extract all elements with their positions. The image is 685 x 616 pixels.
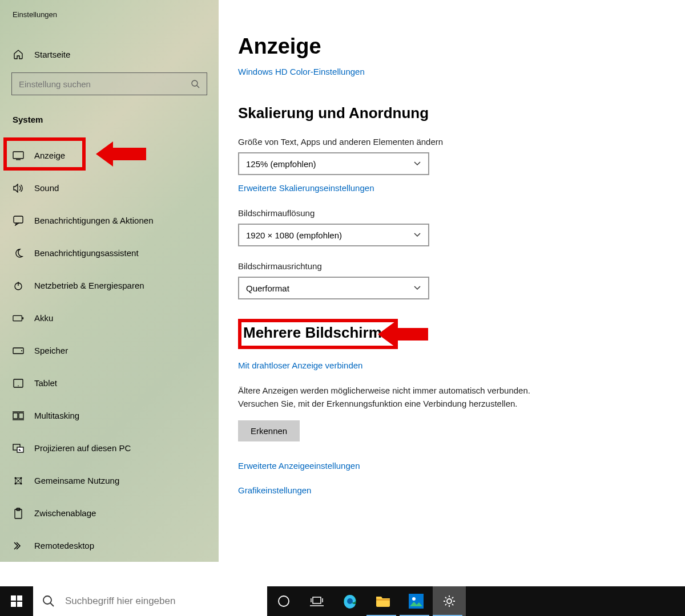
sidebar-item-speicher[interactable]: Speicher: [0, 334, 219, 367]
svg-rect-30: [17, 602, 22, 607]
scale-label: Größe von Text, Apps und anderen Element…: [238, 137, 666, 147]
svg-rect-14: [19, 413, 23, 419]
svg-rect-13: [13, 413, 18, 419]
taskview-icon: [310, 596, 324, 606]
graphics-link[interactable]: Grafikeinstellungen: [238, 485, 666, 495]
taskbar-search-input[interactable]: [65, 595, 258, 607]
remote-icon: [13, 541, 24, 551]
tablet-icon: [13, 379, 24, 388]
sidebar-item-sound[interactable]: Sound: [0, 172, 219, 204]
svg-rect-4: [14, 216, 23, 223]
resolution-label: Bildschirmauflösung: [238, 208, 666, 218]
svg-point-12: [18, 385, 19, 386]
svg-point-33: [279, 596, 289, 606]
adv-scale-link[interactable]: Erweiterte Skalierungseinstellungen: [238, 183, 374, 193]
sidebar-category: System: [0, 115, 219, 124]
sidebar-item-akku[interactable]: Akku: [0, 302, 219, 334]
svg-rect-7: [13, 315, 22, 321]
svg-point-10: [21, 350, 22, 351]
home-link[interactable]: Startseite: [0, 48, 219, 60]
taskbar-search[interactable]: [33, 586, 267, 616]
home-label: Startseite: [34, 50, 70, 59]
sidebar-item-remotedesktop[interactable]: Remotedesktop: [0, 529, 219, 562]
page-title: Anzeige: [238, 34, 666, 59]
adv-display-link[interactable]: Erweiterte Anzeigeeinstellungen: [238, 461, 666, 471]
annotation-highlight-multi: Mehrere Bildschirme: [238, 319, 398, 349]
sidebar-item-label: Sound: [34, 183, 59, 193]
hdcolor-link[interactable]: Windows HD Color-Einstellungen: [238, 67, 365, 76]
svg-rect-2: [13, 152, 23, 159]
sidebar-item-zwischenablage[interactable]: Zwischenablage: [0, 497, 219, 529]
orientation-value: Querformat: [246, 283, 289, 293]
svg-rect-27: [11, 595, 16, 601]
search-icon: [191, 79, 200, 88]
svg-line-1: [197, 86, 199, 88]
orientation-label: Bildschirmausrichtung: [238, 261, 666, 271]
sidebar-item-benachrichtigungsassistent[interactable]: Benachrichtigungsassistent: [0, 237, 219, 269]
sidebar-item-label: Netzbetrieb & Energiesparen: [34, 281, 144, 290]
gear-icon: [442, 594, 456, 608]
focus-icon: [13, 248, 24, 258]
svg-point-39: [347, 598, 353, 604]
resolution-value: 1920 × 1080 (empfohlen): [246, 230, 342, 240]
settings-search[interactable]: [11, 72, 207, 95]
detect-button[interactable]: Erkennen: [238, 420, 300, 441]
svg-point-31: [43, 596, 51, 604]
battery-icon: [13, 315, 24, 322]
sidebar-item-multitasking[interactable]: Multitasking: [0, 399, 219, 432]
storage-icon: [13, 347, 24, 354]
taskbar-explorer[interactable]: [366, 586, 400, 616]
wireless-link[interactable]: Mit drahtloser Anzeige verbinden: [238, 360, 362, 370]
sidebar-item-benachrichtigungen[interactable]: Benachrichtigungen & Aktionen: [0, 204, 219, 237]
sidebar-item-gemeinsame-nutzung[interactable]: Gemeinsame Nutzung: [0, 464, 219, 497]
svg-rect-29: [11, 602, 16, 607]
taskbar-settings[interactable]: [433, 586, 466, 616]
scaling-heading: Skalierung und Anordnung: [238, 104, 666, 122]
share-icon: [13, 476, 24, 486]
svg-rect-28: [17, 595, 22, 601]
sidebar-item-label: Projizieren auf diesen PC: [34, 443, 131, 453]
window-title: Einstellungen: [0, 0, 219, 19]
taskbar-edge[interactable]: [333, 586, 366, 616]
resolution-select[interactable]: 1920 × 1080 (empfohlen): [238, 224, 429, 246]
svg-point-43: [447, 599, 452, 603]
clipboard-icon: [13, 508, 24, 519]
photos-icon: [409, 594, 424, 609]
sidebar-nav: Anzeige Sound Benachrichtigungen & Aktio…: [0, 139, 219, 562]
sidebar-item-netzbetrieb[interactable]: Netzbetrieb & Energiesparen: [0, 269, 219, 302]
sidebar-item-tablet[interactable]: Tablet: [0, 367, 219, 399]
display-icon: [13, 151, 24, 160]
folder-icon: [376, 595, 390, 607]
svg-rect-18: [17, 447, 23, 452]
multitask-icon: [13, 411, 24, 420]
settings-search-input[interactable]: [19, 79, 191, 89]
sidebar-item-label: Anzeige: [34, 151, 65, 160]
power-icon: [13, 281, 24, 291]
svg-line-32: [50, 603, 54, 606]
sidebar-item-label: Gemeinsame Nutzung: [34, 476, 119, 485]
scale-value: 125% (empfohlen): [246, 159, 316, 169]
scale-select[interactable]: 125% (empfohlen): [238, 152, 429, 175]
taskbar-taskview[interactable]: [300, 586, 333, 616]
windows-icon: [11, 595, 22, 607]
taskbar-photos[interactable]: [400, 586, 433, 616]
svg-rect-40: [376, 599, 390, 601]
notifications-icon: [13, 216, 24, 226]
sidebar-item-label: Remotedesktop: [34, 541, 94, 550]
chevron-down-icon: [413, 160, 421, 168]
taskbar-cortana[interactable]: [267, 586, 300, 616]
sidebar-item-anzeige[interactable]: Anzeige: [0, 139, 219, 172]
svg-rect-34: [313, 597, 321, 603]
taskbar: [0, 586, 685, 616]
sidebar-item-label: Benachrichtigungsassistent: [34, 248, 139, 258]
sidebar-item-label: Akku: [34, 313, 53, 323]
sidebar-item-projizieren[interactable]: Projizieren auf diesen PC: [0, 432, 219, 464]
sidebar-item-label: Speicher: [34, 346, 68, 355]
edge-icon: [342, 594, 357, 609]
sidebar-item-label: Multitasking: [34, 411, 79, 420]
orientation-select[interactable]: Querformat: [238, 277, 429, 299]
chevron-down-icon: [413, 284, 421, 292]
home-icon: [13, 48, 24, 60]
start-button[interactable]: [0, 586, 33, 616]
project-icon: [13, 444, 24, 453]
